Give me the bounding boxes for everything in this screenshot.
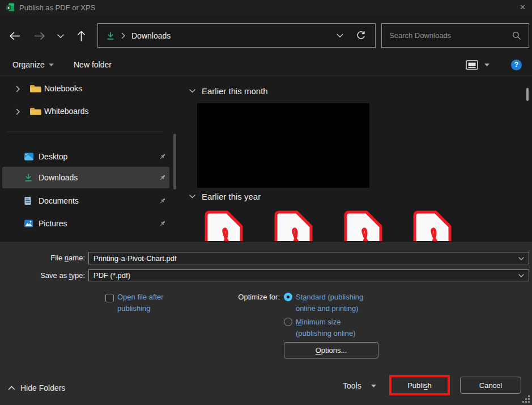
hide-folders-label: Hide Folders	[20, 383, 65, 393]
close-icon[interactable]: ×	[513, 0, 532, 15]
pin-icon	[159, 153, 166, 160]
svg-text:x: x	[7, 6, 10, 10]
back-icon[interactable]	[8, 32, 21, 40]
navigation-pane: Notebooks Whiteboards	[0, 76, 177, 241]
pdf-file-icon[interactable]	[271, 210, 313, 241]
organize-label: Organize	[12, 60, 45, 69]
group-header-earlier-this-year[interactable]: Earlier this year	[189, 191, 261, 202]
file-name-label: File name:	[0, 252, 85, 264]
sidebar-item-label: Notebooks	[44, 78, 82, 99]
save-options-pane: File name: Save as type: PDF (*.pdf) Ope…	[0, 241, 532, 405]
collapse-chevron-icon[interactable]	[189, 195, 195, 199]
title-bar: x Publish as PDF or XPS ×	[0, 0, 532, 15]
folder-icon	[29, 84, 41, 93]
hide-folders-button[interactable]: Hide Folders	[8, 382, 65, 394]
save-as-type-select[interactable]: PDF (*.pdf)	[88, 269, 529, 281]
navigation-bar: Downloads	[0, 15, 532, 54]
group-label: Earlier this month	[202, 86, 268, 96]
refresh-icon[interactable]	[356, 31, 366, 41]
tools-menu[interactable]: Tools	[343, 380, 376, 391]
cancel-label: Cancel	[479, 381, 502, 390]
group-header-earlier-this-month[interactable]: Earlier this month	[189, 85, 268, 96]
file-list: Earlier this month Earlier this year	[177, 76, 532, 241]
command-bar: Organize New folder ?	[0, 54, 532, 76]
caret-down-icon	[371, 385, 376, 387]
window-title: Publish as PDF or XPS	[19, 0, 95, 15]
cancel-button[interactable]: Cancel	[460, 377, 521, 394]
save-as-type-value: PDF (*.pdf)	[89, 270, 529, 281]
optimize-minimum-label[interactable]: Minimum size (publishing online)	[296, 317, 386, 339]
downloads-location-icon	[106, 31, 115, 40]
group-label: Earlier this year	[202, 192, 261, 201]
forward-icon[interactable]	[33, 32, 46, 40]
file-list-scrollbar-thumb[interactable]	[526, 88, 529, 101]
up-icon[interactable]	[77, 30, 86, 42]
pin-icon	[159, 174, 166, 181]
documents-icon	[24, 196, 32, 205]
sidebar-item-documents[interactable]: Documents	[2, 191, 169, 211]
new-folder-label: New folder	[74, 60, 112, 69]
sidebar-item-whiteboards[interactable]: Whiteboards	[2, 101, 169, 121]
pictures-icon	[24, 219, 33, 228]
resize-grip[interactable]	[522, 395, 530, 403]
folder-icon	[29, 107, 41, 116]
desktop-icon	[24, 152, 34, 161]
sidebar-item-label: Desktop	[39, 146, 67, 167]
address-bar[interactable]: Downloads	[97, 23, 376, 48]
pin-icon	[159, 220, 166, 227]
collapse-chevron-icon[interactable]	[189, 89, 195, 93]
sidebar-item-label: Documents	[39, 191, 79, 211]
sidebar-divider	[7, 132, 163, 132]
optimize-for-label: Optimize for:	[189, 292, 280, 303]
address-dropdown-chevron-icon[interactable]	[337, 33, 343, 38]
file-name-input[interactable]	[89, 252, 508, 264]
combo-chevron-icon[interactable]	[518, 257, 524, 260]
breadcrumb-location[interactable]: Downloads	[131, 31, 337, 40]
file-name-combobox[interactable]	[88, 252, 529, 264]
search-icon[interactable]	[512, 31, 521, 40]
search-box	[381, 23, 529, 48]
recent-locations-chevron-icon[interactable]	[57, 34, 64, 39]
view-toggle-icon[interactable]	[466, 60, 478, 70]
downloads-icon	[24, 173, 33, 182]
open-after-publish-label[interactable]: Open file after publishing	[117, 292, 191, 314]
organize-menu[interactable]: Organize	[12, 54, 54, 75]
publish-highlight-annotation: Publish	[389, 375, 450, 395]
sidebar-item-label: Downloads	[39, 167, 78, 188]
expand-chevron-icon[interactable]	[16, 108, 20, 115]
sidebar-item-notebooks[interactable]: Notebooks	[2, 78, 169, 99]
publish-button[interactable]: Publish	[391, 377, 448, 393]
optimize-minimum-radio[interactable]	[284, 318, 292, 326]
search-input[interactable]	[382, 31, 512, 40]
pdf-file-icon[interactable]	[410, 210, 452, 241]
optimize-standard-radio[interactable]	[284, 293, 292, 301]
help-button[interactable]: ?	[511, 60, 522, 70]
sidebar-item-downloads[interactable]: Downloads	[2, 167, 169, 188]
save-as-type-label: Save as type:	[0, 269, 85, 281]
sidebar-item-desktop[interactable]: Desktop	[2, 146, 169, 167]
pin-icon	[159, 197, 166, 204]
breadcrumb-chevron-icon	[121, 32, 126, 39]
sidebar-item-label: Pictures	[39, 213, 67, 234]
pdf-file-icon[interactable]	[341, 210, 383, 241]
sidebar-scrollbar-thumb[interactable]	[173, 134, 176, 189]
options-button[interactable]: Options...	[284, 342, 378, 358]
publish-as-pdf-dialog: x Publish as PDF or XPS ×	[0, 0, 532, 405]
content-area: Notebooks Whiteboards	[0, 76, 532, 241]
combo-chevron-icon[interactable]	[518, 274, 524, 277]
optimize-standard-label[interactable]: Standard (publishing online and printing…	[296, 292, 386, 314]
open-after-publish-checkbox[interactable]	[105, 294, 114, 302]
sidebar-item-label: Whiteboards	[44, 101, 89, 121]
pdf-file-icon[interactable]	[202, 210, 244, 241]
new-folder-button[interactable]: New folder	[74, 54, 112, 75]
caret-down-icon	[49, 64, 54, 66]
sidebar-item-pictures[interactable]: Pictures	[2, 213, 169, 234]
excel-app-icon: x	[6, 3, 15, 12]
tools-label: Tools	[343, 381, 361, 390]
view-options-caret-icon[interactable]	[484, 64, 490, 66]
chevron-up-icon	[8, 386, 15, 390]
file-thumbnail[interactable]	[197, 103, 369, 188]
expand-chevron-icon[interactable]	[16, 86, 20, 92]
